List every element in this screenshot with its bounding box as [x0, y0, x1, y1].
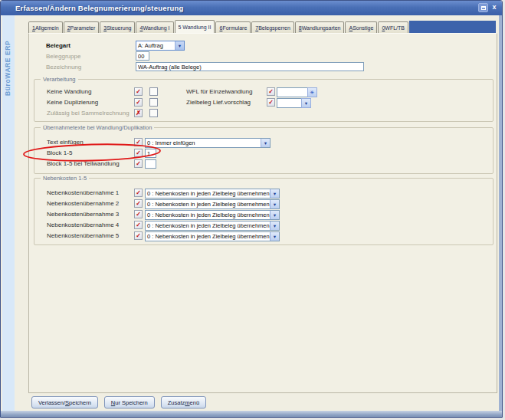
text-einfuegen-combo[interactable]: 0 : Immer einfügen ▼ — [145, 138, 271, 148]
tab-wandlungsarten[interactable]: 8 Wandlungsarten — [295, 21, 345, 33]
nebenkosten-2-label: Nebenkostenübernahme 2 — [47, 200, 119, 207]
nebenkosten-5-flag-icon[interactable]: ✓ — [134, 231, 143, 240]
chevron-down-icon[interactable]: ▼ — [261, 139, 270, 147]
screen: Erfassen/Ändern Belegnumerierung/steueru… — [0, 0, 505, 420]
tab-wandlung-2[interactable]: 5 Wandlung II — [175, 20, 215, 33]
keine-wandlung-checkbox[interactable] — [149, 87, 158, 96]
group-verarbeitung: Verarbeitung Keine Wandlung ✓ Keine Dupl… — [34, 79, 494, 122]
zusatzmenue-button[interactable]: Zusatzmenü — [161, 396, 206, 409]
block-1-5-flag-icon[interactable]: ✓ — [134, 149, 143, 157]
button-row: Verlassen/Speichern Nur Speichern Zusatz… — [31, 396, 206, 409]
nebenkosten-1-flag-icon[interactable]: ✓ — [134, 189, 143, 197]
text-einfuegen-label: Text einfügen — [47, 139, 84, 146]
nebenkosten-3-flag-icon[interactable]: ✓ — [134, 210, 143, 218]
nebenkosten-4-combo[interactable]: 0 : Nebenkosten in jeden Zielbeleg übern… — [145, 221, 280, 231]
sammelrechnung-checkbox[interactable] — [149, 109, 158, 117]
sammelrechnung-flag-icon[interactable]: ✗ — [134, 109, 143, 117]
window-frame-bottom — [1, 411, 502, 417]
nebenkosten-3-combo[interactable]: 0 : Nebenkosten in jeden Zielbeleg übern… — [145, 210, 280, 220]
titlebar[interactable]: Erfassen/Ändern Belegnumerierung/steueru… — [1, 1, 502, 15]
group-verarbeitung-title: Verarbeitung — [41, 76, 78, 83]
chevron-down-icon[interactable]: ▼ — [270, 221, 279, 230]
tab-sonstige[interactable]: A Sonstige — [345, 21, 377, 33]
tab-belegsperren[interactable]: 7 Belegsperren — [251, 21, 294, 33]
group-uebernahmetexte: Übernahmetexte bei Wandlung/Duplikation … — [34, 127, 494, 174]
nebenkosten-5-combo[interactable]: 0 : Nebenkosten in jeden Zielbeleg übern… — [145, 231, 280, 241]
restore-icon — [481, 6, 486, 10]
chevron-down-icon[interactable]: ▼ — [175, 41, 184, 50]
chevron-down-icon[interactable]: ▼ — [270, 211, 279, 219]
keine-duplizierung-label: Keine Duplizierung — [47, 99, 98, 106]
nebenkosten-4-label: Nebenkostenübernahme 4 — [47, 221, 119, 228]
tab-formulare[interactable]: 6 Formulare — [215, 21, 251, 33]
brand-label: BüroWARE ERP — [4, 19, 14, 96]
beleggruppe-label: Beleggruppe — [46, 53, 80, 60]
lookup-icon[interactable]: ✳ — [307, 87, 317, 97]
block-1-5-teilwandlung-input[interactable] — [145, 159, 156, 169]
group-uebernahmetexte-title: Übernahmetexte bei Wandlung/Duplikation — [41, 124, 154, 131]
nebenkosten-2-combo[interactable]: 0 : Nebenkosten in jeden Zielbeleg übern… — [145, 199, 280, 209]
tab-page-wandlung-2: Belegart A: Auftrag ▼ Beleggruppe Bezeic… — [28, 33, 497, 393]
tab-steuerung[interactable]: 3 Steuerung — [100, 21, 135, 33]
chevron-down-icon[interactable]: ▼ — [270, 189, 279, 198]
tab-allgemein[interactable]: 1 Allgemein — [28, 21, 63, 33]
group-nebenkosten: Nebenkosten 1-5 Nebenkostenübernahme 1 ✓… — [34, 178, 494, 245]
zielbeleg-label: Zielbeleg Lief.vorschlag — [186, 99, 251, 106]
belegart-combo[interactable]: A: Auftrag ▼ — [136, 41, 185, 51]
tabstrip-filler — [409, 21, 496, 33]
beleggruppe-input[interactable] — [136, 51, 149, 61]
belegart-label: Belegart — [46, 42, 71, 49]
keine-duplizierung-checkbox[interactable] — [149, 98, 158, 107]
zielbeleg-input[interactable] — [277, 98, 302, 108]
tab-strip: 1 Allgemein 2 Parameter 3 Steuerung 4 Wa… — [28, 21, 496, 33]
keine-duplizierung-flag-icon[interactable]: ✓ — [134, 98, 143, 107]
keine-wandlung-flag-icon[interactable]: ✓ — [134, 87, 143, 96]
nebenkosten-4-flag-icon[interactable]: ✓ — [134, 221, 143, 229]
chevron-down-icon[interactable]: ▼ — [301, 98, 311, 108]
block-1-5-label: Block 1-5 — [47, 149, 72, 156]
sammelrechnung-label: Zulässig bei Sammelrechnung — [47, 110, 130, 116]
verlassen-speichern-button[interactable]: Verlassen/Speichern — [31, 396, 98, 409]
nebenkosten-1-label: Nebenkostenübernahme 1 — [47, 189, 119, 196]
chevron-down-icon[interactable]: ▼ — [270, 200, 279, 208]
nebenkosten-1-combo[interactable]: 0 : Nebenkosten in jeden Zielbeleg übern… — [145, 189, 280, 199]
keine-wandlung-label: Keine Wandlung — [47, 88, 91, 95]
zielbeleg-flag-icon[interactable]: ✓ — [267, 98, 275, 107]
text-einfuegen-flag-icon[interactable]: ✓ — [134, 138, 143, 146]
chevron-down-icon[interactable]: ▼ — [270, 232, 279, 241]
block-1-5-input[interactable] — [145, 149, 156, 158]
block-1-5-teilwandlung-label: Block 1-5 bei Teilwandlung — [47, 160, 120, 167]
tab-wandlung-1[interactable]: 4 Wandlung I — [136, 21, 173, 33]
wfl-einzelwandlung-flag-icon[interactable]: ✓ — [267, 87, 275, 96]
app-window: Erfassen/Ändern Belegnumerierung/steueru… — [0, 0, 503, 418]
group-nebenkosten-title: Nebenkosten 1-5 — [41, 175, 89, 182]
bezeichnung-input[interactable] — [136, 62, 364, 71]
window-title: Erfassen/Ändern Belegnumerierung/steueru… — [15, 4, 184, 12]
close-button[interactable]: x — [490, 2, 499, 12]
bezeichnung-label: Bezeichnung — [46, 64, 81, 71]
block-1-5-teilwandlung-flag-icon[interactable]: ✓ — [134, 159, 143, 168]
nur-speichern-button[interactable]: Nur Speichern — [104, 396, 155, 409]
tab-parameter[interactable]: 2 Parameter — [64, 21, 100, 33]
wfl-einzelwandlung-input[interactable] — [277, 87, 308, 97]
nebenkosten-5-label: Nebenkostenübernahme 5 — [47, 232, 119, 239]
restore-button[interactable] — [478, 3, 488, 12]
nebenkosten-2-flag-icon[interactable]: ✓ — [134, 199, 143, 208]
nebenkosten-3-label: Nebenkostenübernahme 3 — [47, 211, 119, 218]
wfl-einzelwandlung-label: WFL für Einzelwandlung — [186, 88, 252, 95]
window-frame-right — [499, 15, 502, 411]
tab-wfl-tb[interactable]: 0 WFL/TB — [378, 21, 408, 33]
